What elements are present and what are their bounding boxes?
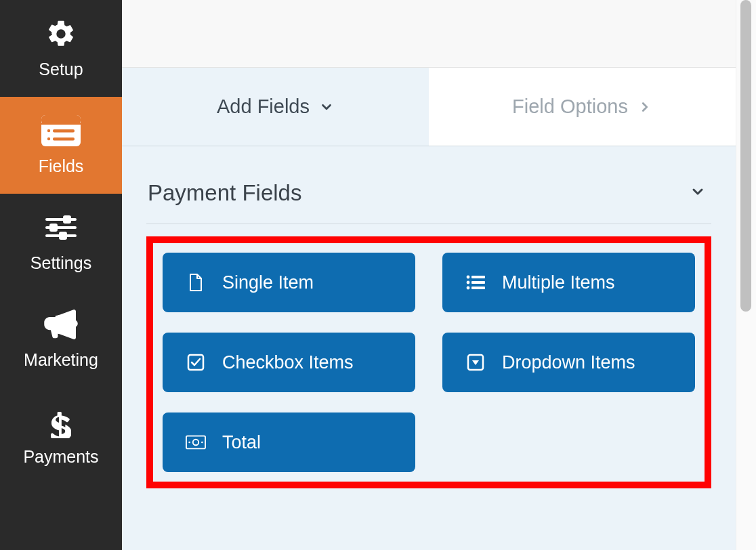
chevron-down-icon xyxy=(690,184,706,203)
gear-icon xyxy=(45,18,77,50)
field-total[interactable]: Total xyxy=(163,412,415,472)
chevron-down-icon xyxy=(319,100,334,114)
svg-point-17 xyxy=(467,287,470,290)
svg-point-25 xyxy=(201,442,203,444)
svg-rect-4 xyxy=(53,129,75,132)
field-dropdown-items[interactable]: Dropdown Items xyxy=(442,333,695,392)
chevron-right-icon xyxy=(637,100,652,114)
money-icon xyxy=(186,435,206,450)
panel-tabs: Add Fields Field Options xyxy=(122,68,736,146)
svg-point-15 xyxy=(467,281,470,284)
tab-label: Add Fields xyxy=(217,96,310,118)
svg-point-24 xyxy=(188,442,190,444)
dollar-icon xyxy=(51,405,71,438)
caret-square-icon xyxy=(465,354,486,371)
sidebar-item-settings[interactable]: Settings xyxy=(0,194,122,291)
field-label: Total xyxy=(222,432,261,453)
list-icon xyxy=(465,275,486,290)
sidebar-item-fields[interactable]: Fields xyxy=(0,97,122,194)
scrollbar-thumb[interactable] xyxy=(740,0,751,312)
sidebar-item-payments[interactable]: Payments xyxy=(0,387,122,484)
svg-point-23 xyxy=(193,440,198,445)
field-label: Dropdown Items xyxy=(502,352,635,373)
svg-rect-2 xyxy=(41,123,81,125)
tab-field-options[interactable]: Field Options xyxy=(429,68,736,146)
field-single-item[interactable]: Single Item xyxy=(163,253,415,312)
sidebar-item-label: Setup xyxy=(39,60,83,79)
scrollbar[interactable] xyxy=(736,0,756,550)
field-checkbox-items[interactable]: Checkbox Items xyxy=(163,333,415,392)
payment-fields-section: Payment Fields Single Item xyxy=(122,146,736,488)
svg-rect-12 xyxy=(60,233,66,238)
svg-point-3 xyxy=(47,129,50,132)
file-icon xyxy=(186,273,206,292)
sidebar-item-label: Fields xyxy=(39,156,84,176)
svg-rect-6 xyxy=(53,138,75,140)
svg-marker-21 xyxy=(472,360,479,365)
sidebar: Setup Fields Settings Marketing xyxy=(0,0,122,550)
svg-rect-11 xyxy=(51,225,56,230)
tab-label: Field Options xyxy=(512,96,628,118)
svg-rect-10 xyxy=(64,217,70,222)
svg-rect-18 xyxy=(471,287,485,289)
sidebar-item-label: Payments xyxy=(23,447,98,467)
sidebar-item-label: Settings xyxy=(30,253,91,273)
form-icon xyxy=(41,114,81,147)
main-content: Add Fields Field Options Payment Fields xyxy=(122,0,736,550)
sliders-icon xyxy=(44,211,78,244)
svg-rect-14 xyxy=(471,276,485,278)
field-label: Single Item xyxy=(222,272,314,293)
section-header[interactable]: Payment Fields xyxy=(146,168,711,224)
bullhorn-icon xyxy=(44,308,78,341)
sidebar-item-marketing[interactable]: Marketing xyxy=(0,291,122,387)
checkbox-icon xyxy=(186,354,206,371)
top-bar xyxy=(122,0,736,68)
svg-point-5 xyxy=(47,138,50,140)
field-label: Checkbox Items xyxy=(222,352,354,373)
field-multiple-items[interactable]: Multiple Items xyxy=(442,253,695,312)
tab-add-fields[interactable]: Add Fields xyxy=(122,68,429,146)
section-title: Payment Fields xyxy=(148,180,301,206)
highlighted-fields: Single Item Multiple Items Checkbox Item… xyxy=(146,236,711,488)
svg-rect-16 xyxy=(471,281,485,284)
svg-point-13 xyxy=(467,276,470,279)
sidebar-item-label: Marketing xyxy=(24,350,98,370)
field-label: Multiple Items xyxy=(502,272,615,293)
sidebar-item-setup[interactable]: Setup xyxy=(0,0,122,97)
add-fields-panel: Add Fields Field Options Payment Fields xyxy=(122,68,736,550)
